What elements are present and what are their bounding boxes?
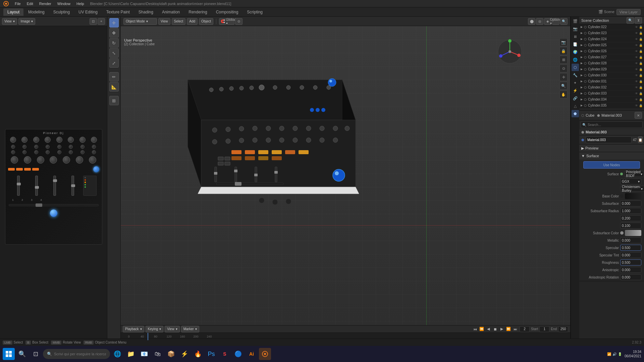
taskbar-photoshop-icon[interactable]: Ps [205, 348, 217, 360]
cb-dropdown[interactable]: Christensen-Burley▾ [620, 186, 644, 192]
outliner-cylinder-026[interactable]: ▶⬡ Cylinder.026 👁 🔒 [579, 48, 644, 54]
end-frame[interactable]: 250 [558, 326, 568, 332]
prop-search-input[interactable] [588, 123, 641, 127]
playback-dropdown[interactable]: Playback ▾ [123, 326, 144, 333]
taskbar-task-view[interactable]: ⊡ [30, 348, 42, 360]
magnet-btn[interactable]: 🧲 [219, 18, 226, 25]
play-btn[interactable]: ▶ [499, 326, 505, 332]
outliner-cylinder-022[interactable]: ▶⬡ Cylinder.022 👁 🔒 [579, 24, 644, 30]
taskbar-blender-icon[interactable] [259, 348, 271, 360]
play-back-btn[interactable]: ◀ [485, 326, 491, 332]
search-vp-btn[interactable]: 🔍 [559, 82, 568, 90]
object-dropdown[interactable]: Object [199, 18, 213, 25]
outliner-cylinder-032[interactable]: ▶⬡ Cylinder.032 👁 🔒 [579, 84, 644, 90]
tab-shading[interactable]: Shading [135, 8, 157, 16]
current-frame[interactable]: 2 [520, 326, 530, 332]
outliner-cylinder-035[interactable]: ▶⬡ Cylinder.035 👁 🔒 [579, 103, 644, 109]
preview-header[interactable]: ▶ Preview [579, 144, 644, 152]
surface-header[interactable]: ▼ Surface [579, 152, 644, 160]
taskbar-app5-icon[interactable]: ⚡ [178, 348, 191, 360]
measure-tool[interactable]: 📐 [109, 82, 119, 92]
base-color-bar[interactable] [625, 193, 641, 199]
ggx-dropdown[interactable]: GGX▾ [620, 178, 641, 184]
tab-rendering[interactable]: Rendering [184, 8, 211, 16]
taskbar-edge-icon[interactable]: 🌐 [111, 348, 123, 360]
shader-dropdown[interactable]: Principled BSDF▾ [624, 171, 644, 177]
taskbar-dropbox-icon[interactable]: 📦 [165, 348, 177, 360]
specular-value[interactable]: 0.500 [620, 245, 641, 251]
tab-sculpting[interactable]: Sculpting [49, 8, 74, 16]
outliner-cylinder-030[interactable]: ▶⬡ Cylinder.030 👁 🔒 [579, 72, 644, 78]
annotate-tool[interactable]: ✏ [109, 72, 119, 81]
outliner-cylinder-023[interactable]: ▶⬡ Cylinder.023 👁 🔒 [579, 30, 644, 36]
render-icon[interactable]: 📷 [572, 25, 579, 33]
scale-tool[interactable]: ⤡ [109, 48, 119, 58]
transform-tool[interactable]: ⤢ [109, 58, 119, 68]
zoom-fit-btn[interactable]: ⊡ [90, 18, 97, 25]
physics-icon[interactable]: ⚡ [572, 87, 579, 94]
taskbar-mail-icon[interactable]: 📧 [138, 348, 150, 360]
tab-uv-editing[interactable]: UV Editing [74, 8, 102, 16]
wireframe-btn[interactable]: ⊞ [559, 56, 568, 64]
tab-compositing[interactable]: Compositing [212, 8, 243, 16]
use-nodes-btn[interactable]: Use Nodes [583, 161, 640, 169]
blender-logo[interactable] [3, 0, 9, 7]
box-select-status[interactable]: B Box Select [25, 341, 48, 345]
select-dropdown[interactable]: Select [172, 18, 186, 25]
outliner-cylinder-029[interactable]: ▶⬡ Cylinder.029 👁 🔒 [579, 66, 644, 72]
menu-help[interactable]: Help [74, 1, 87, 6]
select-status[interactable]: LMB Select [3, 341, 23, 345]
search-viewport-btn[interactable]: 🔍 [560, 18, 568, 25]
go-last-btn[interactable]: ⏭ [512, 326, 518, 332]
taskbar-app6-icon[interactable]: 🔥 [192, 348, 204, 360]
subsurface-color-bar[interactable] [625, 230, 641, 236]
menu-file[interactable]: File [12, 1, 23, 6]
world-icon[interactable]: 🌐 [572, 56, 579, 63]
hand-btn[interactable]: ✋ [559, 90, 568, 99]
tab-texture-paint[interactable]: Texture Paint [102, 8, 134, 16]
context-menu-status[interactable]: RMB Object Context Menu [84, 341, 126, 345]
view-menu[interactable]: View ▾ [2, 18, 17, 25]
menu-render[interactable]: Render [37, 1, 54, 6]
specular-tint-value[interactable]: 0.000 [620, 252, 641, 258]
subsurface-r2[interactable]: 0.200 [620, 215, 641, 221]
tab-animation[interactable]: Animation [158, 8, 184, 16]
outliner-search-btn[interactable]: 🔍 [627, 17, 634, 24]
outliner-cylinder-031[interactable]: ▶⬡ Cylinder.031 👁 🔒 [579, 78, 644, 84]
taskbar-chrome-icon[interactable]: 🔵 [232, 348, 244, 360]
scene-props-icon[interactable]: 🌍 [572, 48, 579, 56]
outliner-cylinder-028[interactable]: ▶⬡ Cylinder.028 👁 🔒 [579, 60, 644, 66]
time-display[interactable]: 19:34 06/04/2021 [625, 350, 641, 358]
cursor-tool[interactable]: ✛ [109, 18, 119, 27]
view-layer-icon[interactable]: 📑 [572, 41, 579, 48]
proportional-btn[interactable]: ⊙ [559, 64, 568, 72]
tab-layout[interactable]: Layout [3, 8, 23, 16]
zoom-in-btn[interactable]: + [98, 18, 105, 25]
anisotropic-rotation-value[interactable]: 0.000 [620, 274, 641, 280]
move-tool[interactable]: ✥ [109, 28, 119, 38]
viewport-shading-solid[interactable]: ⬤ [528, 18, 535, 25]
taskbar-store-icon[interactable]: 🛍 [152, 348, 164, 360]
view-dropdown[interactable]: View [158, 18, 170, 25]
roughness-value[interactable]: 0.500 [620, 259, 641, 265]
rotate-tool[interactable]: ↻ [109, 38, 119, 48]
outliner-cylinder-027[interactable]: ▶⬡ Cylinder.027 👁 🔒 [579, 54, 644, 60]
subsurface-r1[interactable]: 1.000 [620, 208, 641, 214]
output-icon[interactable]: 🖥 [572, 33, 579, 40]
menu-window[interactable]: Window [55, 1, 73, 6]
image-menu[interactable]: Image ▾ [18, 18, 36, 25]
taskbar-illustrator-icon[interactable]: Ai [246, 348, 258, 360]
options-btn[interactable]: Options ▾ [552, 18, 559, 25]
metallic-value[interactable]: 0.000 [620, 237, 641, 243]
scene-icon[interactable]: 🎬 [572, 17, 579, 25]
modifier-icon[interactable]: 🔧 [572, 71, 579, 79]
outliner-cylinder-034[interactable]: ▶⬡ Cylinder.034 👁 🔒 [579, 97, 644, 103]
marker-dropdown[interactable]: Marker ▾ [181, 326, 199, 333]
view-playback-dropdown[interactable]: View ▾ [165, 326, 180, 333]
tab-scripting[interactable]: Scripting [243, 8, 267, 16]
prev-frame-btn[interactable]: ⏪ [479, 326, 485, 332]
tab-modeling[interactable]: Modeling [24, 8, 49, 16]
keying-dropdown[interactable]: Keying ▾ [146, 326, 164, 333]
object-mode-dropdown[interactable]: Object Mode▾ [123, 18, 157, 25]
constraints-icon[interactable]: 🔗 [572, 95, 579, 102]
